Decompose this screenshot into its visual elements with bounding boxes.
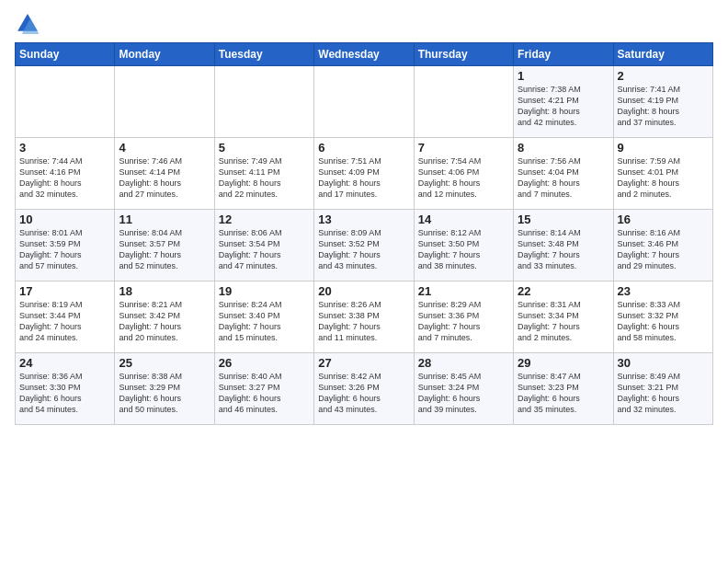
- calendar-cell: 29Sunrise: 8:47 AM Sunset: 3:23 PM Dayli…: [514, 353, 613, 425]
- day-info: Sunrise: 7:59 AM Sunset: 4:01 PM Dayligh…: [618, 155, 709, 201]
- calendar-cell: 4Sunrise: 7:46 AM Sunset: 4:14 PM Daylig…: [115, 138, 214, 210]
- day-info: Sunrise: 8:49 AM Sunset: 3:21 PM Dayligh…: [618, 371, 709, 416]
- page-container: SundayMondayTuesdayWednesdayThursdayFrid…: [0, 0, 728, 432]
- day-info: Sunrise: 8:31 AM Sunset: 3:34 PM Dayligh…: [518, 299, 609, 344]
- day-info: Sunrise: 8:16 AM Sunset: 3:46 PM Dayligh…: [618, 227, 709, 272]
- calendar-cell: 21Sunrise: 8:29 AM Sunset: 3:36 PM Dayli…: [414, 282, 513, 353]
- day-number: 28: [418, 356, 509, 370]
- day-number: 23: [618, 284, 709, 298]
- col-header-friday: Friday: [514, 43, 613, 66]
- day-info: Sunrise: 8:19 AM Sunset: 3:44 PM Dayligh…: [19, 299, 110, 344]
- calendar-cell: 2Sunrise: 7:41 AM Sunset: 4:19 PM Daylig…: [613, 66, 712, 138]
- calendar-cell: 5Sunrise: 7:49 AM Sunset: 4:11 PM Daylig…: [214, 138, 313, 210]
- calendar-cell: 27Sunrise: 8:42 AM Sunset: 3:26 PM Dayli…: [314, 353, 414, 425]
- day-info: Sunrise: 8:09 AM Sunset: 3:52 PM Dayligh…: [318, 227, 409, 272]
- col-header-saturday: Saturday: [613, 43, 712, 66]
- calendar-cell: 22Sunrise: 8:31 AM Sunset: 3:34 PM Dayli…: [514, 282, 613, 353]
- col-header-tuesday: Tuesday: [214, 43, 313, 66]
- day-number: 9: [618, 141, 709, 155]
- day-info: Sunrise: 8:24 AM Sunset: 3:40 PM Dayligh…: [219, 299, 310, 344]
- day-number: 12: [219, 213, 310, 226]
- day-info: Sunrise: 8:33 AM Sunset: 3:32 PM Dayligh…: [618, 299, 709, 344]
- calendar-cell: [115, 66, 214, 138]
- day-number: 16: [618, 213, 709, 226]
- day-info: Sunrise: 7:56 AM Sunset: 4:04 PM Dayligh…: [518, 155, 609, 201]
- day-number: 19: [219, 284, 310, 298]
- calendar-cell: 9Sunrise: 7:59 AM Sunset: 4:01 PM Daylig…: [613, 138, 712, 210]
- day-info: Sunrise: 8:26 AM Sunset: 3:38 PM Dayligh…: [318, 299, 409, 344]
- day-number: 21: [418, 284, 509, 298]
- calendar-cell: 11Sunrise: 8:04 AM Sunset: 3:57 PM Dayli…: [115, 210, 214, 282]
- calendar-cell: 7Sunrise: 7:54 AM Sunset: 4:06 PM Daylig…: [414, 138, 513, 210]
- calendar-week-4: 17Sunrise: 8:19 AM Sunset: 3:44 PM Dayli…: [16, 282, 713, 353]
- logo: [15, 11, 44, 37]
- calendar-week-3: 10Sunrise: 8:01 AM Sunset: 3:59 PM Dayli…: [16, 210, 713, 282]
- calendar-cell: 18Sunrise: 8:21 AM Sunset: 3:42 PM Dayli…: [115, 282, 214, 353]
- day-number: 27: [318, 356, 409, 370]
- day-number: 30: [618, 356, 709, 370]
- calendar-week-5: 24Sunrise: 8:36 AM Sunset: 3:30 PM Dayli…: [16, 353, 713, 425]
- day-info: Sunrise: 8:01 AM Sunset: 3:59 PM Dayligh…: [19, 227, 110, 272]
- calendar-cell: 1Sunrise: 7:38 AM Sunset: 4:21 PM Daylig…: [514, 66, 613, 138]
- calendar-cell: 3Sunrise: 7:44 AM Sunset: 4:16 PM Daylig…: [16, 138, 115, 210]
- calendar-cell: [214, 66, 313, 138]
- day-info: Sunrise: 7:49 AM Sunset: 4:11 PM Dayligh…: [219, 155, 310, 201]
- header: [15, 11, 713, 37]
- col-header-monday: Monday: [115, 43, 214, 66]
- calendar-cell: 12Sunrise: 8:06 AM Sunset: 3:54 PM Dayli…: [214, 210, 313, 282]
- day-number: 13: [318, 213, 409, 226]
- day-number: 10: [19, 213, 110, 226]
- calendar-cell: 17Sunrise: 8:19 AM Sunset: 3:44 PM Dayli…: [16, 282, 115, 353]
- calendar-cell: [16, 66, 115, 138]
- day-info: Sunrise: 8:29 AM Sunset: 3:36 PM Dayligh…: [418, 299, 509, 344]
- day-info: Sunrise: 8:12 AM Sunset: 3:50 PM Dayligh…: [418, 227, 509, 272]
- calendar-cell: 19Sunrise: 8:24 AM Sunset: 3:40 PM Dayli…: [214, 282, 313, 353]
- calendar-cell: 26Sunrise: 8:40 AM Sunset: 3:27 PM Dayli…: [214, 353, 313, 425]
- day-info: Sunrise: 7:38 AM Sunset: 4:21 PM Dayligh…: [518, 84, 609, 129]
- calendar-cell: 24Sunrise: 8:36 AM Sunset: 3:30 PM Dayli…: [16, 353, 115, 425]
- day-number: 25: [119, 356, 210, 370]
- calendar-cell: 15Sunrise: 8:14 AM Sunset: 3:48 PM Dayli…: [514, 210, 613, 282]
- day-number: 24: [19, 356, 110, 370]
- col-header-sunday: Sunday: [16, 43, 115, 66]
- day-number: 17: [19, 284, 110, 298]
- day-info: Sunrise: 7:41 AM Sunset: 4:19 PM Dayligh…: [618, 84, 709, 129]
- day-number: 8: [518, 141, 609, 155]
- day-number: 15: [518, 213, 609, 226]
- day-info: Sunrise: 8:14 AM Sunset: 3:48 PM Dayligh…: [518, 227, 609, 272]
- day-number: 7: [418, 141, 509, 155]
- calendar-cell: 6Sunrise: 7:51 AM Sunset: 4:09 PM Daylig…: [314, 138, 414, 210]
- calendar-week-1: 1Sunrise: 7:38 AM Sunset: 4:21 PM Daylig…: [16, 66, 713, 138]
- day-number: 22: [518, 284, 609, 298]
- day-info: Sunrise: 7:46 AM Sunset: 4:14 PM Dayligh…: [119, 155, 210, 201]
- day-info: Sunrise: 8:47 AM Sunset: 3:23 PM Dayligh…: [518, 371, 609, 416]
- day-info: Sunrise: 8:42 AM Sunset: 3:26 PM Dayligh…: [318, 371, 409, 416]
- day-info: Sunrise: 7:54 AM Sunset: 4:06 PM Dayligh…: [418, 155, 509, 201]
- day-number: 3: [19, 141, 110, 155]
- day-info: Sunrise: 8:21 AM Sunset: 3:42 PM Dayligh…: [119, 299, 210, 344]
- day-info: Sunrise: 8:38 AM Sunset: 3:29 PM Dayligh…: [119, 371, 210, 416]
- calendar-cell: 28Sunrise: 8:45 AM Sunset: 3:24 PM Dayli…: [414, 353, 513, 425]
- calendar-cell: [414, 66, 513, 138]
- day-number: 14: [418, 213, 509, 226]
- calendar-cell: 20Sunrise: 8:26 AM Sunset: 3:38 PM Dayli…: [314, 282, 414, 353]
- calendar-cell: 30Sunrise: 8:49 AM Sunset: 3:21 PM Dayli…: [613, 353, 712, 425]
- calendar-cell: 8Sunrise: 7:56 AM Sunset: 4:04 PM Daylig…: [514, 138, 613, 210]
- day-info: Sunrise: 8:36 AM Sunset: 3:30 PM Dayligh…: [19, 371, 110, 416]
- calendar-cell: 16Sunrise: 8:16 AM Sunset: 3:46 PM Dayli…: [613, 210, 712, 282]
- day-number: 26: [219, 356, 310, 370]
- day-number: 20: [318, 284, 409, 298]
- day-info: Sunrise: 8:45 AM Sunset: 3:24 PM Dayligh…: [418, 371, 509, 416]
- col-header-wednesday: Wednesday: [314, 43, 414, 66]
- calendar-cell: 25Sunrise: 8:38 AM Sunset: 3:29 PM Dayli…: [115, 353, 214, 425]
- day-number: 29: [518, 356, 609, 370]
- calendar-header-row: SundayMondayTuesdayWednesdayThursdayFrid…: [16, 43, 713, 66]
- day-number: 11: [119, 213, 210, 226]
- day-number: 2: [618, 69, 709, 83]
- day-number: 18: [119, 284, 210, 298]
- day-number: 1: [518, 69, 609, 83]
- day-info: Sunrise: 7:44 AM Sunset: 4:16 PM Dayligh…: [19, 155, 110, 201]
- calendar-cell: [314, 66, 414, 138]
- col-header-thursday: Thursday: [414, 43, 513, 66]
- day-info: Sunrise: 8:06 AM Sunset: 3:54 PM Dayligh…: [219, 227, 310, 272]
